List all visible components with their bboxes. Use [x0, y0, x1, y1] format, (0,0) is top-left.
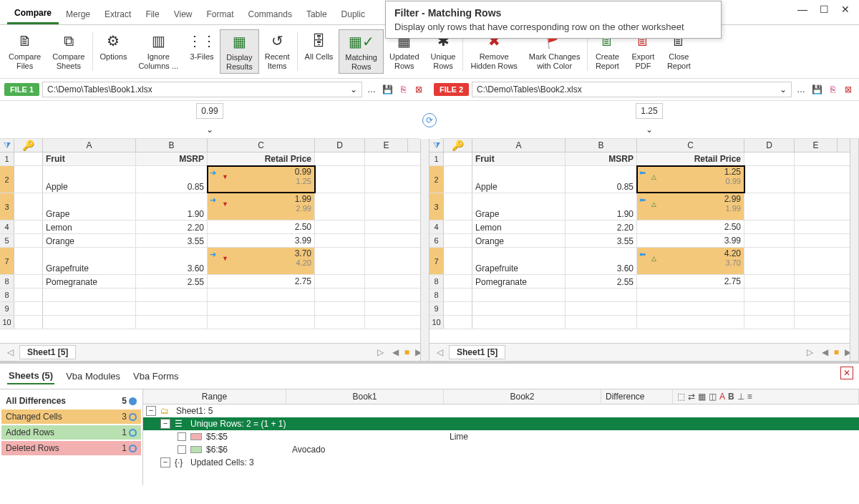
vertical-scrollbar[interactable]	[420, 139, 429, 361]
file2-save-icon[interactable]: 💾	[810, 83, 823, 96]
empty-cell[interactable]	[637, 302, 744, 315]
cell-msrp[interactable]: 2.55	[136, 275, 208, 288]
tab-merge[interactable]: Merge	[59, 5, 97, 24]
cell-fruit[interactable]: Apple	[43, 166, 136, 193]
row-number[interactable]: 8	[430, 275, 444, 288]
column-b[interactable]: B	[566, 139, 637, 152]
display-results-button[interactable]: ▦Display Results	[220, 29, 259, 74]
file2-cell-value[interactable]: 1.25	[636, 103, 662, 119]
sheet-prev-icon[interactable]: ◁	[432, 347, 447, 357]
empty-cell[interactable]	[208, 302, 315, 315]
diff-cell[interactable]: ⬅△4.203.70	[637, 248, 744, 274]
ignore-columns-button[interactable]: ▥Ignore Columns ...	[132, 29, 184, 72]
sheet-tab[interactable]: Sheet1 [5]	[19, 345, 76, 359]
cell-retail[interactable]: 2.75	[208, 275, 315, 288]
cell-msrp[interactable]: 0.85	[136, 166, 208, 193]
diff-updated-cells[interactable]: −{·}Updated Cells: 3	[143, 456, 859, 469]
empty-cell[interactable]	[744, 289, 795, 301]
cell-fruit[interactable]: Grape	[472, 193, 566, 220]
filter-icon[interactable]: ⧩	[0, 139, 14, 152]
radio-icon[interactable]	[129, 445, 137, 452]
cell-fruit[interactable]: Grape	[43, 193, 136, 220]
sheet-prev-icon[interactable]: ◁	[3, 347, 18, 357]
matching-rows-button[interactable]: ▦✓Matching Rows	[339, 29, 384, 74]
close-icon[interactable]: ✕	[838, 4, 853, 15]
row-number[interactable]: 8	[430, 289, 444, 301]
dropdown-icon[interactable]: ⌄	[203, 123, 216, 136]
file1-save-icon[interactable]: 💾	[381, 83, 394, 96]
empty-cell[interactable]	[315, 316, 365, 329]
hscroll-left-icon[interactable]: ◀	[388, 347, 403, 357]
arrow-left-icon[interactable]: ⬅	[639, 250, 646, 259]
cell-msrp[interactable]: 2.20	[136, 220, 208, 233]
row-number[interactable]: 1	[430, 152, 444, 165]
tab-compare[interactable]: Compare	[7, 4, 59, 24]
legend-changed-cells[interactable]: Changed Cells3	[1, 410, 141, 424]
radio-selected-icon[interactable]	[129, 397, 137, 405]
cell-msrp[interactable]: 2.20	[566, 220, 637, 233]
header-cell[interactable]: Fruit	[472, 152, 566, 165]
tool-icon[interactable]: ≡	[747, 392, 752, 402]
empty-cell[interactable]	[566, 316, 637, 329]
empty-cell[interactable]	[43, 302, 136, 315]
all-cells-button[interactable]: 🗄All Cells	[299, 29, 339, 63]
diff-cell[interactable]: ⬅△2.991.99	[637, 193, 744, 220]
options-button[interactable]: ⚙Options	[94, 29, 133, 63]
tool-icon[interactable]: ▦	[698, 392, 706, 402]
row-number[interactable]: 4	[430, 220, 444, 233]
empty-cell[interactable]	[136, 302, 208, 315]
empty-cell[interactable]	[744, 316, 795, 329]
diff-sheet-row[interactable]: −🗂Sheet1: 5	[143, 404, 859, 417]
arrow-left-icon[interactable]: ⬅	[639, 195, 646, 205]
cell-retail[interactable]: 2.50	[208, 220, 315, 233]
empty-cell[interactable]	[136, 289, 208, 301]
column-a[interactable]: A	[43, 139, 136, 152]
cell-msrp[interactable]: 0.85	[566, 166, 637, 193]
tab-table[interactable]: Table	[299, 5, 334, 24]
cell-msrp[interactable]: 3.55	[136, 234, 208, 247]
tab-extract[interactable]: Extract	[97, 5, 138, 24]
recent-items-button[interactable]: ↺Recent Items	[259, 29, 296, 72]
diff-row-item[interactable]: $5:$5Lime	[143, 430, 859, 443]
diff-cell[interactable]: ➜▼1.992.99	[208, 193, 315, 220]
column-a[interactable]: A	[472, 139, 566, 152]
cell-fruit[interactable]: Orange	[472, 234, 566, 247]
cell-fruit[interactable]: Lemon	[472, 220, 566, 233]
cell-fruit[interactable]: Grapefruite	[472, 248, 566, 274]
filter-icon[interactable]: ⧩	[430, 139, 444, 152]
cell-fruit[interactable]: Pomegranate	[43, 275, 136, 288]
empty-cell[interactable]	[637, 289, 744, 301]
header-cell[interactable]: Fruit	[43, 152, 136, 165]
file2-path-input[interactable]: C:\Demo\Tables\Book2.xlsx⌄	[472, 82, 792, 97]
file1-more-button[interactable]: …	[365, 83, 378, 96]
empty-cell[interactable]	[566, 302, 637, 315]
tab-file[interactable]: File	[138, 5, 166, 24]
cell-msrp[interactable]: 1.90	[136, 193, 208, 220]
file1-saveas-icon[interactable]: ⎘	[397, 83, 409, 96]
row-number[interactable]: 6	[430, 234, 444, 247]
minimize-icon[interactable]: —	[795, 4, 810, 15]
column-b[interactable]: B	[136, 139, 208, 152]
row-number[interactable]: 2	[0, 166, 14, 193]
chevron-down-icon[interactable]: ⌄	[780, 84, 787, 94]
row-number[interactable]: 10	[430, 316, 444, 329]
arrow-left-icon[interactable]: ⬅	[639, 168, 646, 178]
column-c[interactable]: C	[208, 139, 315, 152]
cell-retail[interactable]: 3.99	[208, 234, 315, 247]
key-icon[interactable]: 🔑	[14, 139, 43, 152]
sheet-next-icon[interactable]: ▷	[373, 347, 388, 357]
cell-msrp[interactable]: 3.60	[136, 248, 208, 274]
sync-button[interactable]: ⟳	[422, 113, 437, 127]
row-number[interactable]: 2	[430, 166, 444, 193]
cell-fruit[interactable]: Orange	[43, 234, 136, 247]
file1-close-icon[interactable]: ⊠	[412, 83, 425, 96]
row-number[interactable]: 9	[0, 302, 14, 315]
cell-fruit[interactable]: Apple	[472, 166, 566, 193]
vertical-scrollbar[interactable]	[850, 139, 858, 361]
radio-icon[interactable]	[129, 429, 137, 437]
tab-commands[interactable]: Commands	[241, 5, 299, 24]
cell-retail[interactable]: 2.50	[637, 220, 744, 233]
column-d[interactable]: D	[744, 139, 795, 152]
collapse-icon[interactable]: −	[146, 406, 156, 416]
cell-msrp[interactable]: 1.90	[566, 193, 637, 220]
